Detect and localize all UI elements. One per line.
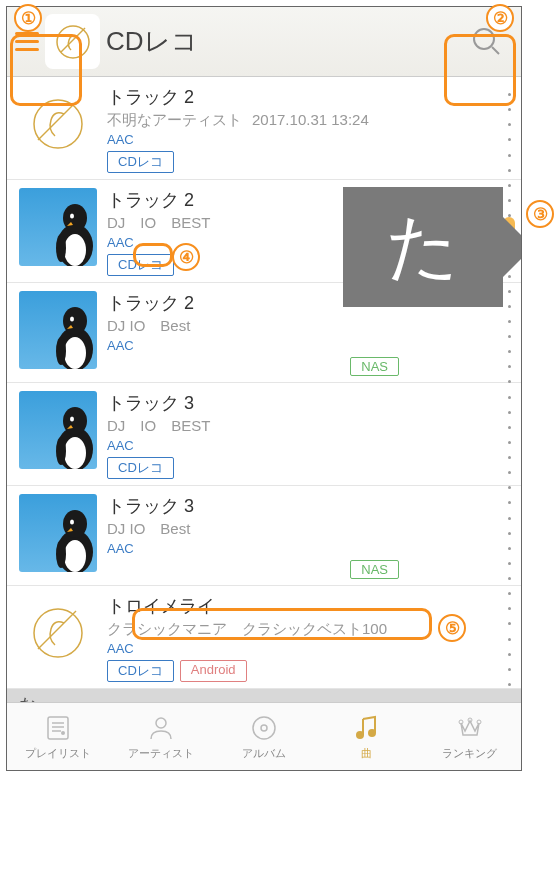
track-subtitle: DJ IO Best	[107, 520, 509, 539]
tab-ranking[interactable]: ランキング	[418, 703, 521, 770]
svg-point-8	[70, 214, 74, 219]
svg-point-18	[70, 417, 74, 422]
tab-song[interactable]: 曲	[315, 703, 418, 770]
album-art	[19, 291, 97, 369]
callout-3: ③	[526, 200, 554, 228]
callout-1: ①	[14, 4, 42, 32]
svg-point-21	[64, 540, 86, 572]
tab-label: 曲	[361, 746, 372, 761]
section-header-na: な	[7, 689, 521, 702]
badge-nas: NAS	[350, 357, 399, 376]
index-scrollbar[interactable]	[501, 87, 517, 692]
format-label: AAC	[107, 641, 509, 656]
svg-point-24	[56, 540, 66, 568]
badge-row: CDレコ	[107, 151, 509, 173]
badge-android: Android	[180, 660, 247, 682]
badge-cdレコ: CDレコ	[107, 151, 174, 173]
badge-row: NAS	[107, 357, 509, 376]
svg-point-23	[70, 520, 74, 525]
tab-album[interactable]: アルバム	[213, 703, 316, 770]
tab-artist[interactable]: アーティスト	[110, 703, 213, 770]
song-icon	[351, 712, 383, 744]
track-subtitle: DJ IO BEST	[107, 417, 509, 436]
format-label: AAC	[107, 338, 509, 353]
callout-5: ⑤	[438, 614, 466, 642]
tab-label: アーティスト	[128, 746, 194, 761]
tab-bar: プレイリストアーティストアルバム曲ランキング	[7, 702, 521, 770]
format-label: AAC	[107, 541, 509, 556]
svg-point-35	[253, 717, 275, 739]
highlight-search	[444, 34, 516, 106]
format-label: AAC	[107, 132, 509, 147]
svg-point-14	[56, 337, 66, 365]
svg-rect-29	[48, 717, 68, 739]
tab-playlist[interactable]: プレイリスト	[7, 703, 110, 770]
svg-point-3	[34, 100, 82, 148]
playlist-icon	[42, 712, 74, 744]
highlight-format	[133, 243, 173, 267]
badge-row: NAS	[107, 560, 509, 579]
ranking-icon	[454, 712, 486, 744]
svg-point-13	[70, 317, 74, 322]
badge-nas: NAS	[350, 560, 399, 579]
svg-point-36	[261, 725, 267, 731]
svg-point-12	[63, 307, 87, 335]
track-row[interactable]: トラック 3DJ IO BestAACNAS	[7, 486, 521, 586]
callout-2: ②	[486, 4, 514, 32]
page-title: CDレコ	[106, 24, 469, 59]
track-row[interactable]: トラック 3DJ IO BESTAACCDレコ	[7, 383, 521, 486]
artist-icon	[145, 712, 177, 744]
track-subtitle: DJ IO Best	[107, 317, 509, 336]
album-art	[19, 188, 97, 266]
album-art	[19, 494, 97, 572]
format-label: AAC	[107, 438, 509, 453]
svg-point-22	[63, 510, 87, 538]
svg-point-38	[368, 729, 376, 737]
svg-point-9	[56, 234, 66, 262]
svg-point-16	[64, 437, 86, 469]
svg-line-26	[38, 611, 76, 649]
badge-cdレコ: CDレコ	[107, 660, 174, 682]
album-icon	[248, 712, 280, 744]
svg-point-34	[156, 718, 166, 728]
highlight-menu	[10, 34, 82, 106]
svg-point-19	[56, 437, 66, 465]
svg-point-33	[61, 731, 65, 735]
svg-point-25	[34, 609, 82, 657]
app-window: CDレコ トラック 2不明なアーティスト2017.10.31 13:24AACC…	[6, 6, 522, 771]
index-letter-overlay: た	[343, 187, 503, 307]
svg-point-11	[64, 337, 86, 369]
svg-point-17	[63, 407, 87, 435]
callout-4: ④	[172, 243, 200, 271]
svg-point-6	[64, 234, 86, 266]
svg-line-4	[38, 102, 76, 140]
tab-label: アルバム	[242, 746, 286, 761]
track-subtitle: 不明なアーティスト2017.10.31 13:24	[107, 111, 509, 130]
index-dots	[508, 87, 511, 692]
track-title: トラック 3	[107, 494, 509, 518]
tab-label: ランキング	[442, 746, 497, 761]
badge-row: CDレコ	[107, 457, 509, 479]
album-art	[19, 391, 97, 469]
highlight-badges	[132, 608, 432, 640]
badge-cdレコ: CDレコ	[107, 457, 174, 479]
track-title: トラック 3	[107, 391, 509, 415]
badge-row: CDレコAndroid	[107, 660, 509, 682]
tab-label: プレイリスト	[25, 746, 91, 761]
album-art	[19, 594, 97, 672]
svg-point-7	[63, 204, 87, 232]
